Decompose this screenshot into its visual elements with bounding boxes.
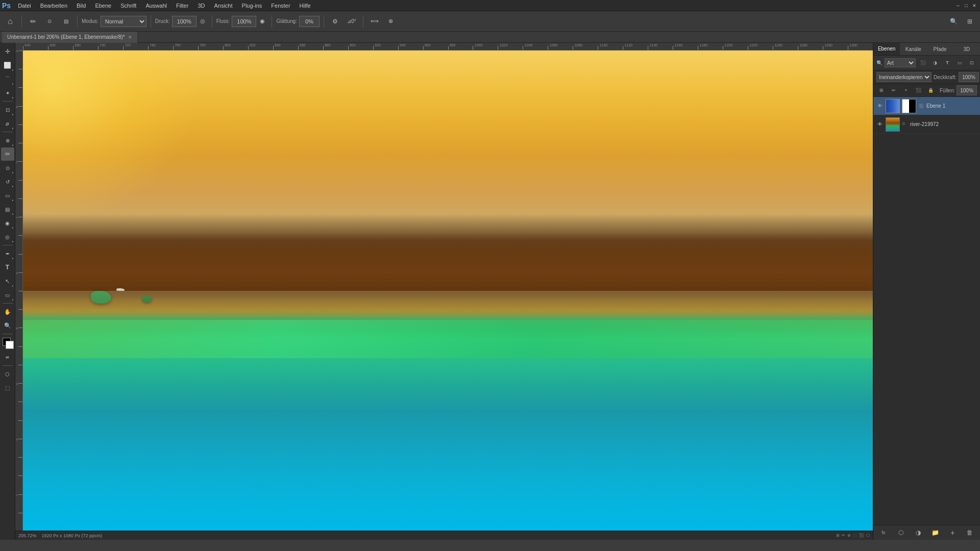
fluss-icon[interactable]: ◉ (257, 16, 267, 27)
tab-close-button[interactable]: ✕ (128, 35, 132, 40)
fluss-input[interactable] (232, 16, 256, 27)
layer-name-1[interactable]: Ebene 1 (926, 103, 977, 109)
path-select-tool[interactable]: ↖▸ (1, 274, 14, 288)
gradient-tool[interactable]: ▤▸ (1, 203, 14, 216)
hand-tool[interactable]: ✋ (1, 305, 14, 318)
ruler-v-tick (18, 457, 22, 458)
ruler-tick (573, 46, 573, 50)
dodge-tool[interactable]: ◎▸ (1, 230, 14, 243)
clone-stamp-tool[interactable]: ⊙▸ (1, 161, 14, 174)
lock-transparent-icon[interactable]: ⊞ (876, 85, 887, 95)
lock-position-icon[interactable]: + (901, 85, 911, 95)
layer-new-button[interactable]: + (944, 528, 961, 538)
layer-item-ebene1[interactable]: 👁 ⛓ Ebene 1 (873, 97, 980, 115)
status-icon-6[interactable]: ⬡ (866, 533, 870, 538)
symmetry-icon[interactable]: ⟺ (368, 14, 382, 29)
glattung-input[interactable] (299, 16, 320, 27)
layer-shape-icon[interactable]: ▭ (954, 58, 965, 68)
menu-plugins[interactable]: Plug-ins (238, 2, 266, 10)
brush-tool-icon[interactable]: ✏ (26, 14, 40, 29)
swap-colors-icon[interactable]: ⇄ (1, 350, 14, 364)
menu-hilfe[interactable]: Hilfe (296, 2, 315, 10)
status-icon-3[interactable]: ⊕ (847, 533, 851, 538)
menu-3d[interactable]: 3D (193, 2, 209, 10)
move-tool[interactable]: ✛ (1, 45, 14, 58)
document-tab[interactable]: Unbenannt-1 bei 206% (Ebene 1, Ebenenmas… (2, 32, 138, 43)
brush-tool[interactable]: ✏ (1, 147, 14, 161)
ruler-label: 860 (300, 43, 306, 47)
workspace-icon[interactable]: ⊞ (963, 14, 977, 29)
layers-type-filter[interactable]: Art (885, 58, 916, 67)
druck-icon[interactable]: ◎ (198, 16, 208, 27)
layer-smart-icon[interactable]: ⊡ (967, 58, 977, 68)
pen-tool[interactable]: ✒▸ (1, 247, 14, 260)
lasso-tool[interactable]: ⌒▸ (1, 72, 14, 86)
menu-bild[interactable]: Bild (72, 2, 90, 10)
quick-mask-icon[interactable]: ⬡ (1, 367, 14, 381)
settings-icon[interactable]: ⚙ (328, 14, 342, 29)
opacity-input[interactable] (959, 72, 979, 82)
tab-3d[interactable]: 3D (953, 43, 980, 55)
history-brush-tool[interactable]: ↺▸ (1, 175, 14, 188)
ruler-tick (448, 46, 449, 50)
layer-visibility-eye-1[interactable]: 👁 (876, 103, 884, 110)
select-rect-tool[interactable]: ⬜▸ (1, 59, 14, 72)
layer-name-2[interactable]: river-219972 (910, 121, 977, 127)
foreground-color[interactable] (2, 337, 14, 349)
blend-mode-select[interactable]: Ineinanderkopieren (876, 72, 932, 82)
layer-item-river[interactable]: 👁 ⊙ river-219972 (873, 115, 980, 134)
menu-auswahl[interactable]: Auswahl (141, 2, 171, 10)
shape-tool[interactable]: ▭▸ (1, 288, 14, 302)
close-button[interactable]: ✕ (971, 2, 978, 9)
druck-input[interactable] (172, 16, 197, 27)
layer-delete-button[interactable]: 🗑 (962, 528, 978, 538)
home-icon[interactable]: ⌂ (3, 14, 17, 29)
text-tool[interactable]: T (1, 261, 14, 274)
crop-tool[interactable]: ⊡▸ (1, 103, 14, 116)
brush-options-icon[interactable]: ⊙ (42, 14, 57, 29)
search-icon[interactable]: 🔍 (946, 14, 961, 29)
layer-pixel-icon[interactable]: ⬛ (918, 58, 928, 68)
menu-filter[interactable]: Filter (172, 2, 192, 10)
menu-ebene[interactable]: Ebene (91, 2, 115, 10)
status-icon-2[interactable]: ✏ (842, 533, 845, 538)
menu-ansicht[interactable]: Ansicht (210, 2, 236, 10)
status-icon-1[interactable]: ⊞ (836, 533, 840, 538)
menu-fenster[interactable]: Fenster (267, 2, 294, 10)
brush-preset-icon[interactable]: ▤ (59, 14, 73, 29)
status-icon-5[interactable]: ⬛ (859, 533, 864, 538)
screen-mode-icon[interactable]: ⬚ (1, 381, 14, 394)
eraser-tool[interactable]: ▭▸ (1, 189, 14, 202)
layer-group-button[interactable]: 📁 (927, 528, 943, 538)
angle-icon[interactable]: ⊿0° (345, 14, 359, 29)
spot-heal-tool[interactable]: ⊕▸ (1, 134, 14, 147)
tab-ebenen[interactable]: Ebenen (873, 43, 900, 55)
eyedropper-tool[interactable]: ⌀▸ (1, 117, 14, 130)
layer-mask-button[interactable]: ⬡ (893, 528, 909, 538)
layer-adjust-icon[interactable]: ◑ (930, 58, 940, 68)
magic-wand-tool[interactable]: ✦▸ (1, 86, 14, 99)
minimize-button[interactable]: ─ (954, 2, 962, 9)
lock-all-icon[interactable]: 🔒 (925, 85, 936, 95)
menu-bearbeiten[interactable]: Bearbeiten (36, 2, 71, 10)
brush-options2-icon[interactable]: ⊕ (384, 14, 398, 29)
lock-image-icon[interactable]: ✏ (889, 85, 899, 95)
modus-select[interactable]: Normal (101, 16, 146, 27)
layer-visibility-eye-2[interactable]: 👁 (876, 121, 884, 128)
maximize-button[interactable]: □ (963, 2, 970, 9)
layer-text-icon[interactable]: T (942, 58, 952, 68)
status-icon-4[interactable]: ⬚ (853, 533, 857, 538)
tab-pfade[interactable]: Pfade (927, 43, 953, 55)
lock-artboard-icon[interactable]: ⬛ (913, 85, 923, 95)
canvas-image[interactable] (23, 51, 873, 531)
menu-datei[interactable]: Datei (14, 2, 35, 10)
ruler-label: 1240 (774, 43, 782, 47)
layer-adjustment-button[interactable]: ◑ (910, 528, 926, 538)
zoom-tool[interactable]: 🔍 (1, 319, 14, 332)
tab-kanale[interactable]: Kanäle (900, 43, 926, 55)
blur-tool[interactable]: ◉▸ (1, 216, 14, 230)
menu-schrift[interactable]: Schrift (116, 2, 140, 10)
layer-fx-button[interactable]: fx (875, 528, 892, 538)
canvas-wrapper[interactable] (23, 51, 873, 531)
fill-input[interactable] (957, 85, 977, 95)
